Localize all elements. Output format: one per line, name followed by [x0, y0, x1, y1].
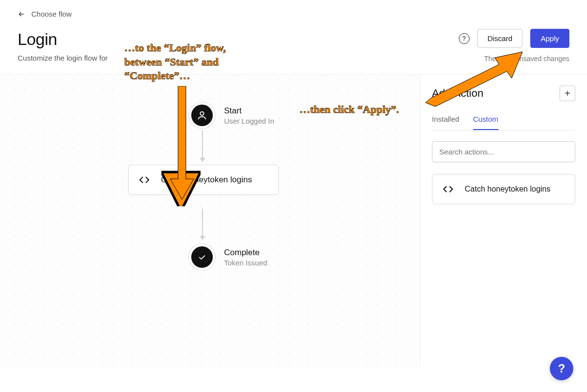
page-header: Choose flow Login Customize the login fl… [0, 0, 587, 74]
check-icon [197, 252, 207, 262]
tab-custom[interactable]: Custom [473, 112, 498, 130]
breadcrumb-back[interactable]: Choose flow [18, 10, 569, 18]
start-node-circle [189, 102, 215, 129]
connector-line [202, 131, 203, 158]
code-icon [442, 183, 454, 195]
start-node-title: Start [224, 106, 274, 116]
search-actions-input[interactable] [432, 141, 575, 162]
floating-help-button[interactable]: ? [550, 357, 573, 380]
sidebar-title: Add Action [432, 87, 483, 100]
svg-point-0 [200, 112, 203, 115]
flow-node-complete[interactable]: Complete Token Issued [189, 244, 267, 270]
sidebar-tabs: Installed Custom [432, 112, 575, 131]
add-action-button[interactable]: + [560, 86, 575, 101]
complete-node-title: Complete [224, 248, 267, 258]
apply-button[interactable]: Apply [530, 29, 569, 48]
arrow-left-icon [18, 10, 25, 18]
action-node-title: Catch honeytoken logins [161, 174, 252, 186]
breadcrumb-label: Choose flow [31, 10, 72, 18]
flow-canvas[interactable]: Start User Logged In Catch honeytoken lo… [0, 75, 420, 368]
main-area: Start User Logged In Catch honeytoken lo… [0, 74, 587, 368]
help-button[interactable]: ? [459, 33, 470, 44]
page-subtitle: Customize the login flow for [18, 54, 108, 62]
unsaved-changes-text: There are unsaved changes [484, 55, 569, 63]
actions-sidebar: Add Action + Installed Custom Catch hone… [420, 75, 587, 368]
connector-arrow-icon [200, 158, 205, 162]
connector-line [202, 209, 203, 236]
complete-node-circle [189, 244, 215, 270]
action-list-item[interactable]: Catch honeytoken logins [432, 174, 575, 204]
page-title: Login [18, 30, 108, 49]
flow-node-action[interactable]: Catch honeytoken logins [128, 165, 279, 195]
complete-node-subtitle: Token Issued [224, 259, 267, 267]
discard-button[interactable]: Discard [477, 29, 523, 48]
action-item-label: Catch honeytoken logins [465, 184, 550, 195]
user-icon [197, 110, 207, 121]
code-icon [138, 174, 150, 186]
connector-arrow-icon [200, 236, 205, 240]
tab-installed[interactable]: Installed [432, 112, 459, 130]
flow-node-start[interactable]: Start User Logged In [189, 102, 274, 129]
start-node-subtitle: User Logged In [224, 117, 274, 125]
title-block: Login Customize the login flow for [18, 30, 108, 62]
